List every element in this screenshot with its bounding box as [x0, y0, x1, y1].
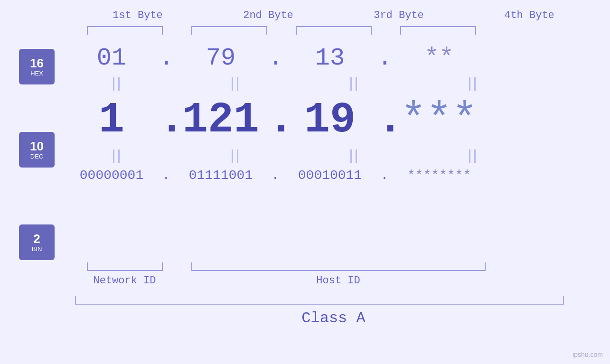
class-bracket-row: [73, 296, 595, 305]
dot-bin-2: .: [268, 168, 282, 183]
dot-dec-1: .: [159, 96, 173, 144]
class-label: Class A: [73, 307, 595, 327]
dot-bin-1: .: [159, 168, 173, 183]
sep-b4: [420, 149, 525, 163]
host-id-label: Host ID: [182, 275, 495, 287]
byte-headers-row: 1st Byte 2nd Byte 3rd Byte 4th Byte: [73, 9, 595, 21]
byte-header-2: 2nd Byte: [216, 9, 320, 21]
dot-dec-2: .: [268, 96, 282, 144]
bin-val-4: ********: [392, 168, 487, 183]
hex-label-badge: 16 HEX: [19, 49, 55, 84]
data-rows-column: 01 . 79 . 13 . **: [64, 44, 610, 183]
bin-label-badge: 2 BIN: [19, 224, 55, 260]
dot-hex-2: .: [268, 44, 282, 72]
class-bracket: [75, 296, 564, 305]
dec-label-badge: 10 DEC: [19, 132, 55, 168]
sep-dec-bin: [64, 144, 586, 168]
top-bracket-2: [191, 26, 267, 35]
sep-hex-dec: [64, 72, 586, 96]
byte-header-4: 4th Byte: [477, 9, 582, 21]
id-labels-row: Network ID Host ID: [73, 275, 595, 287]
base-labels-column: 16 HEX 10 DEC 2 BIN: [19, 49, 55, 260]
dec-base-number: 10: [30, 140, 44, 153]
dot-bin-3: .: [377, 168, 392, 183]
bottom-section: Network ID Host ID Class A: [73, 262, 595, 327]
network-id-label: Network ID: [73, 275, 177, 287]
hex-val-4: **: [392, 44, 487, 72]
sep-b1: [64, 149, 169, 163]
bin-base-text: BIN: [32, 245, 42, 252]
bin-base-number: 2: [33, 232, 40, 246]
hex-val-3: 13: [282, 44, 377, 72]
hex-val-1: 01: [64, 44, 159, 72]
top-brackets: [73, 26, 595, 35]
bottom-bracket-host-wide: [182, 262, 495, 271]
bottom-bracket-host: [191, 262, 486, 271]
dec-row: 1 . 121 . 19 . ***: [64, 96, 586, 144]
hex-base-text: HEX: [30, 70, 43, 77]
sep-4: [420, 77, 525, 91]
dec-base-text: DEC: [30, 153, 43, 160]
sep-b2: [183, 149, 287, 163]
dec-val-2: 121: [173, 96, 268, 144]
dec-val-3: 19: [282, 96, 377, 144]
bin-row: 00000001 . 01111001 . 00010011 . *******…: [64, 168, 586, 183]
byte-header-3: 3rd Byte: [347, 9, 451, 21]
main-data-section: 16 HEX 10 DEC 2 BIN 01 . 79: [0, 44, 610, 260]
bottom-bracket-net: [87, 262, 163, 271]
sep-2: [183, 77, 287, 91]
top-bracket-1: [87, 26, 163, 35]
top-bracket-3: [296, 26, 372, 35]
main-container: 1st Byte 2nd Byte 3rd Byte 4th Byte 16 H…: [0, 0, 610, 364]
bottom-brackets-row: [73, 262, 595, 271]
dec-val-1: 1: [64, 96, 159, 144]
dot-hex-3: .: [377, 44, 392, 72]
dot-hex-1: .: [159, 44, 173, 72]
bin-val-1: 00000001: [64, 168, 159, 183]
sep-1: [64, 77, 169, 91]
top-bracket-4: [400, 26, 476, 35]
bin-val-2: 01111001: [173, 168, 268, 183]
sep-3: [301, 77, 406, 91]
watermark: ipshu.com: [572, 351, 603, 358]
dec-val-4: ***: [392, 96, 487, 144]
hex-base-number: 16: [30, 56, 44, 70]
hex-row: 01 . 79 . 13 . **: [64, 44, 586, 72]
sep-b3: [301, 149, 406, 163]
dot-dec-3: .: [377, 96, 392, 144]
bin-val-3: 00010011: [282, 168, 377, 183]
byte-header-1: 1st Byte: [85, 9, 190, 21]
hex-val-2: 79: [173, 44, 268, 72]
